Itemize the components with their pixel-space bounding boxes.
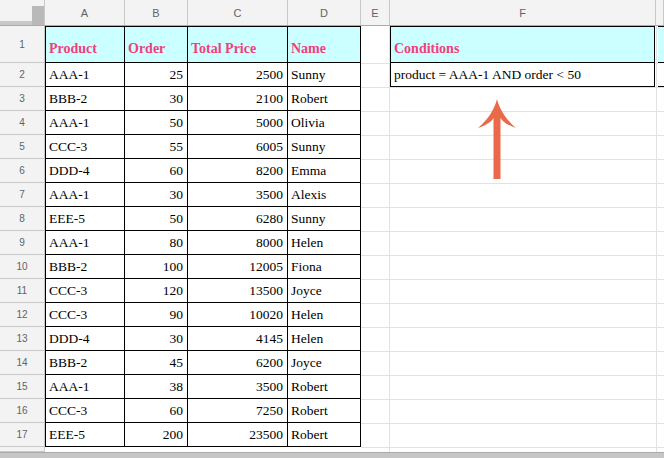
cell-a17[interactable]: EEE-5: [45, 423, 125, 447]
conditions-value-cell[interactable]: product = AAA-1 AND order < 50: [390, 63, 655, 87]
row-header-7[interactable]: 7: [0, 183, 45, 207]
row-header-4[interactable]: 4: [0, 111, 45, 135]
cell-c14[interactable]: 6200: [188, 351, 288, 375]
cell-b1[interactable]: Order: [125, 26, 188, 63]
cell-d9[interactable]: Helen: [288, 231, 361, 255]
cell-a6[interactable]: DDD-4: [45, 159, 125, 183]
cell-a11[interactable]: CCC-3: [45, 279, 125, 303]
row-header-17[interactable]: 17: [0, 423, 45, 447]
cell-b3[interactable]: 30: [125, 87, 188, 111]
cell-c10[interactable]: 12005: [188, 255, 288, 279]
row-header-6[interactable]: 6: [0, 159, 45, 183]
row-header-8[interactable]: 8: [0, 207, 45, 231]
gridline-horizontal: [361, 423, 664, 424]
column-header-a[interactable]: A: [45, 0, 125, 25]
cell-a10[interactable]: BBB-2: [45, 255, 125, 279]
cell-c16[interactable]: 7250: [188, 399, 288, 423]
row-header-13[interactable]: 13: [0, 327, 45, 351]
cell-d8[interactable]: Sunny: [288, 207, 361, 231]
select-all-corner[interactable]: [0, 0, 45, 25]
column-header-d[interactable]: D: [288, 0, 361, 25]
cell-d15[interactable]: Robert: [288, 375, 361, 399]
cell-b10[interactable]: 100: [125, 255, 188, 279]
cell-c9[interactable]: 8000: [188, 231, 288, 255]
row-header-12[interactable]: 12: [0, 303, 45, 327]
cell-a5[interactable]: CCC-3: [45, 135, 125, 159]
row-header-14[interactable]: 14: [0, 351, 45, 375]
cell-c3[interactable]: 2100: [188, 87, 288, 111]
cell-a3[interactable]: BBB-2: [45, 87, 125, 111]
row-header-2[interactable]: 2: [0, 63, 45, 87]
cell-d7[interactable]: Alexis: [288, 183, 361, 207]
cell-a13[interactable]: DDD-4: [45, 327, 125, 351]
cell-a16[interactable]: CCC-3: [45, 399, 125, 423]
cell-b4[interactable]: 50: [125, 111, 188, 135]
cell-d14[interactable]: Joyce: [288, 351, 361, 375]
cell-b16[interactable]: 60: [125, 399, 188, 423]
cell-d3[interactable]: Robert: [288, 87, 361, 111]
cell-c6[interactable]: 8200: [188, 159, 288, 183]
column-header-c[interactable]: C: [188, 0, 288, 25]
cell-c7[interactable]: 3500: [188, 183, 288, 207]
cell-a9[interactable]: AAA-1: [45, 231, 125, 255]
cell-b2[interactable]: 25: [125, 63, 188, 87]
cell-d10[interactable]: Fiona: [288, 255, 361, 279]
cell-b7[interactable]: 30: [125, 183, 188, 207]
cell-b9[interactable]: 80: [125, 231, 188, 255]
column-header-b[interactable]: B: [125, 0, 188, 25]
cell-d1[interactable]: Name: [288, 26, 361, 63]
horizontal-scrollbar[interactable]: [0, 452, 664, 458]
cell-c13[interactable]: 4145: [188, 327, 288, 351]
cell-c17[interactable]: 23500: [188, 423, 288, 447]
cell-c11[interactable]: 13500: [188, 279, 288, 303]
cell-c12[interactable]: 10020: [188, 303, 288, 327]
cell-b13[interactable]: 30: [125, 327, 188, 351]
row-header-9[interactable]: 9: [0, 231, 45, 255]
cell-b8[interactable]: 50: [125, 207, 188, 231]
cell-c5[interactable]: 6005: [188, 135, 288, 159]
data-table: ProductOrderTotal PriceNameAAA-1252500Su…: [45, 26, 361, 447]
row-header-1[interactable]: 1: [0, 26, 45, 63]
row-header-10[interactable]: 10: [0, 255, 45, 279]
cell-b17[interactable]: 200: [125, 423, 188, 447]
cell-b11[interactable]: 120: [125, 279, 188, 303]
conditions-header-cell[interactable]: Conditions: [390, 26, 655, 63]
cell-b5[interactable]: 55: [125, 135, 188, 159]
cell-b14[interactable]: 45: [125, 351, 188, 375]
cell-b12[interactable]: 90: [125, 303, 188, 327]
cell-c15[interactable]: 3500: [188, 375, 288, 399]
row-header-5[interactable]: 5: [0, 135, 45, 159]
cell-c2[interactable]: 2500: [188, 63, 288, 87]
row-header-11[interactable]: 11: [0, 279, 45, 303]
cell-d2[interactable]: Sunny: [288, 63, 361, 87]
cell-c4[interactable]: 5000: [188, 111, 288, 135]
partial-cell-g1[interactable]: [658, 26, 664, 63]
cell-a7[interactable]: AAA-1: [45, 183, 125, 207]
cell-d5[interactable]: Sunny: [288, 135, 361, 159]
cell-a12[interactable]: CCC-3: [45, 303, 125, 327]
cell-d6[interactable]: Emma: [288, 159, 361, 183]
column-header-e[interactable]: E: [361, 0, 390, 25]
row-header-3[interactable]: 3: [0, 87, 45, 111]
gridline-horizontal: [361, 231, 664, 232]
cell-a14[interactable]: BBB-2: [45, 351, 125, 375]
cell-d17[interactable]: Robert: [288, 423, 361, 447]
cell-d4[interactable]: Olivia: [288, 111, 361, 135]
cell-d12[interactable]: Helen: [288, 303, 361, 327]
row-header-16[interactable]: 16: [0, 399, 45, 423]
cell-c8[interactable]: 6280: [188, 207, 288, 231]
cell-a4[interactable]: AAA-1: [45, 111, 125, 135]
cell-c1[interactable]: Total Price: [188, 26, 288, 63]
row-header-15[interactable]: 15: [0, 375, 45, 399]
cell-b6[interactable]: 60: [125, 159, 188, 183]
cell-a15[interactable]: AAA-1: [45, 375, 125, 399]
partial-cell-g2[interactable]: [658, 63, 664, 87]
cell-d16[interactable]: Robert: [288, 399, 361, 423]
cell-a1[interactable]: Product: [45, 26, 125, 63]
cell-d11[interactable]: Joyce: [288, 279, 361, 303]
column-header-f[interactable]: F: [390, 0, 656, 25]
cell-d13[interactable]: Helen: [288, 327, 361, 351]
cell-a2[interactable]: AAA-1: [45, 63, 125, 87]
cell-b15[interactable]: 38: [125, 375, 188, 399]
cell-a8[interactable]: EEE-5: [45, 207, 125, 231]
